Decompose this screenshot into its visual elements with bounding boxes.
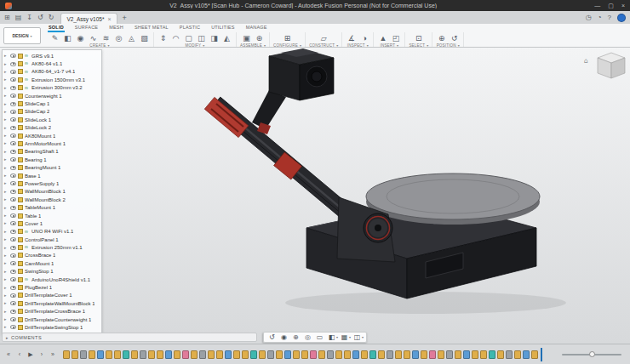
avatar[interactable] (617, 14, 626, 22)
visibility-eye-icon[interactable] (10, 317, 16, 321)
expand-caret-icon[interactable]: ▸ (4, 197, 9, 202)
look-at-icon[interactable]: ◉ (278, 333, 289, 342)
timeline-feature-icon[interactable] (514, 350, 521, 359)
visibility-eye-icon[interactable] (10, 206, 16, 210)
timeline-feature-icon[interactable] (123, 350, 129, 359)
timeline-feature-icon[interactable] (523, 350, 530, 359)
visibility-eye-icon[interactable] (10, 261, 16, 265)
redo-icon[interactable]: ↻ (49, 14, 54, 21)
view-cube[interactable]: ⌂ (584, 53, 625, 78)
data-panel-icon[interactable]: ⊞ (4, 14, 10, 21)
ribbon-tab-solid[interactable]: SOLID (48, 25, 65, 32)
visibility-eye-icon[interactable] (10, 94, 16, 98)
timeline-feature-icon[interactable] (250, 350, 257, 359)
section-analysis-icon[interactable]: ◑ (358, 32, 369, 43)
expand-caret-icon[interactable]: ▸ (4, 126, 9, 130)
browser-item[interactable]: ▸PowerSupply 1 (3, 179, 101, 187)
visibility-eye-icon[interactable] (10, 197, 16, 202)
browser-item[interactable]: ▸SlideLock 2 (3, 124, 101, 132)
ribbon-tab-surface[interactable]: SURFACE (74, 25, 99, 32)
insert-mesh-icon[interactable]: ▲ (377, 32, 388, 43)
slider-knob[interactable] (589, 351, 595, 357)
loft-icon[interactable]: ≋ (100, 32, 112, 43)
browser-item[interactable]: ▸SlideLock 1 (3, 116, 101, 123)
expand-caret-icon[interactable]: ▸ (4, 246, 9, 250)
visibility-eye-icon[interactable] (10, 301, 16, 305)
visibility-eye-icon[interactable] (10, 246, 16, 250)
timeline-zoom-slider[interactable] (562, 349, 621, 361)
expand-caret-icon[interactable]: ▸ (4, 166, 9, 170)
timeline-feature-icon[interactable] (352, 350, 359, 359)
split-body-icon[interactable]: ◭ (221, 32, 232, 43)
expand-caret-icon[interactable]: ▸ (4, 261, 9, 265)
model-camera-motor-cluster[interactable] (252, 48, 334, 134)
visibility-eye-icon[interactable] (10, 310, 16, 314)
expand-caret-icon[interactable]: ▸ (4, 270, 9, 274)
timeline-feature-icon[interactable] (318, 350, 325, 359)
expand-caret-icon[interactable]: ▸ (4, 301, 9, 305)
browser-item[interactable]: ▸PlugBezel 1 (3, 283, 101, 291)
timeline-feature-icon[interactable] (344, 350, 351, 359)
timeline-feature-icon[interactable] (208, 350, 215, 359)
thread-icon[interactable]: ◬ (126, 32, 137, 43)
visibility-eye-icon[interactable] (10, 110, 16, 114)
timeline-feature-icon[interactable] (369, 350, 376, 359)
expand-caret-icon[interactable]: ▸ (4, 62, 9, 66)
expand-caret-icon[interactable]: ▸ (4, 141, 9, 145)
browser-item[interactable]: ▸CamMount 1 (3, 259, 101, 267)
comments-bar[interactable]: ▸ COMMENTS (2, 333, 257, 342)
job-status-icon[interactable]: ◷ (586, 14, 592, 21)
expand-caret-icon[interactable]: ▸ (4, 286, 9, 290)
expand-caret-icon[interactable]: ▸ (4, 277, 9, 282)
visibility-eye-icon[interactable] (10, 270, 16, 274)
fit-icon[interactable]: ▭ (314, 333, 325, 342)
timeline-feature-icon[interactable] (106, 350, 112, 359)
browser-item[interactable]: ▸∞GRS v9.1 (3, 52, 101, 60)
combine-icon[interactable]: ◫ (196, 32, 207, 43)
visibility-eye-icon[interactable] (10, 293, 16, 298)
extrude-icon[interactable]: ◧ (62, 32, 73, 43)
timeline-feature-icon[interactable] (165, 350, 172, 359)
minimize-button[interactable]: — (594, 3, 600, 9)
expand-caret-icon[interactable]: ▸ (4, 102, 9, 106)
step-back-button[interactable]: ‹ (14, 349, 25, 361)
visibility-eye-icon[interactable] (10, 253, 16, 258)
browser-item[interactable]: ▸SlideCap 2 (3, 108, 101, 116)
expand-caret-icon[interactable]: ▸ (4, 94, 9, 98)
measure-icon[interactable]: ∡ (346, 32, 357, 43)
timeline-feature-icon[interactable] (455, 350, 461, 359)
timeline-feature-icon[interactable] (412, 350, 419, 359)
timeline-feature-icon[interactable] (242, 350, 249, 359)
browser-item[interactable]: ▸WallMountBlock 2 (3, 196, 101, 203)
ribbon-tab-mesh[interactable]: MESH (108, 25, 124, 32)
notifications-icon[interactable]: ◔ (598, 14, 602, 21)
browser-item[interactable]: ▸∞Extrusion 250mm v1.1 (3, 243, 101, 251)
visibility-eye-icon[interactable] (10, 86, 16, 90)
browser-item[interactable]: ▸CrossBrace 1 (3, 252, 101, 259)
expand-caret-icon[interactable]: ▸ (4, 237, 9, 242)
timeline-feature-icon[interactable] (438, 350, 444, 359)
expand-caret-icon[interactable]: ▸ (4, 117, 9, 122)
revert-position-icon[interactable]: ↺ (449, 32, 460, 43)
timeline-feature-icon[interactable] (89, 350, 95, 359)
timeline-feature-icon[interactable] (140, 350, 146, 359)
timeline-feature-icon[interactable] (80, 350, 87, 359)
document-tab[interactable]: V2_Assy v105* × (60, 13, 117, 24)
timeline-feature-icon[interactable] (174, 350, 180, 359)
timeline-feature-icon[interactable] (293, 350, 300, 359)
expand-caret-icon[interactable]: ▸ (4, 293, 9, 298)
timeline-feature-icon[interactable] (114, 350, 121, 359)
browser-item[interactable]: ▸SwingStop 1 (3, 268, 101, 276)
timeline-feature-icon[interactable] (429, 350, 436, 359)
visibility-eye-icon[interactable] (10, 126, 16, 130)
browser-item[interactable]: ▸DrillTemplateWallMountBlock 1 (3, 299, 101, 307)
hole-icon[interactable]: ◎ (113, 32, 124, 43)
browser-item[interactable]: ▸WallMountBlock 1 (3, 188, 101, 196)
timeline-feature-icon[interactable] (310, 350, 317, 359)
visibility-eye-icon[interactable] (10, 221, 16, 225)
browser-item[interactable]: ▸DrillTemplateCrossBrace 1 (3, 308, 101, 316)
browser-item[interactable]: ▸SlideCap 1 (3, 100, 101, 107)
browser-item[interactable]: ▸Cover 1 (3, 219, 101, 227)
go-to-end-button[interactable]: » (48, 349, 58, 361)
timeline-feature-icon[interactable] (387, 350, 393, 359)
